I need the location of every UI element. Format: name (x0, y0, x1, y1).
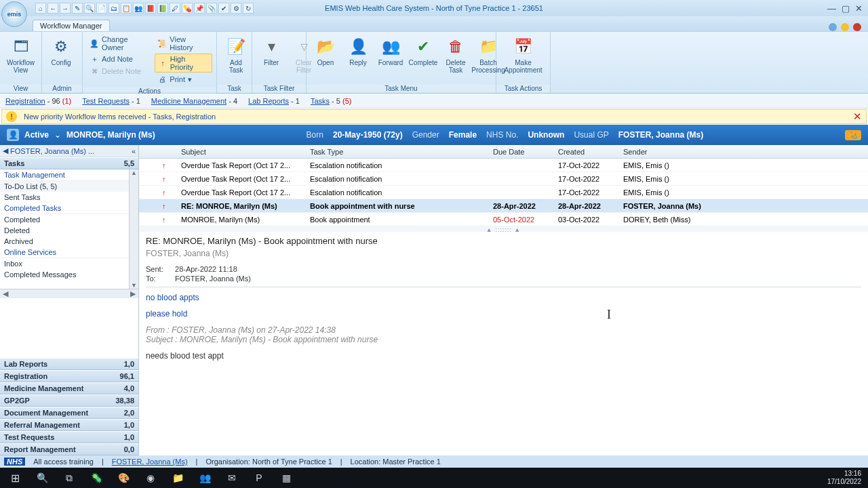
sidebar-item-completed-msgs[interactable]: Completed Messages (0, 269, 138, 280)
qat-btn[interactable]: ⚙ (231, 3, 241, 14)
minimize-icon[interactable]: — (827, 3, 836, 14)
qat-btn[interactable]: 🔍 (84, 3, 95, 14)
table-row[interactable]: ↑MONROE, Marilyn (Ms)Book appointment05-… (139, 213, 868, 226)
sidebar-stack-registration[interactable]: Registration96,1 (0, 370, 138, 382)
add-note-button[interactable]: ＋Add Note (87, 54, 152, 64)
taskbar-outlook[interactable]: ✉ (218, 468, 245, 488)
qat-home-icon[interactable]: ⌂ (35, 3, 46, 14)
sidebar-item-inbox[interactable]: Inbox (0, 258, 138, 269)
sidebar-group-task-management[interactable]: Task Management (0, 169, 138, 181)
sidebar-crumb[interactable]: ◀ FOSTER, Joanna (Ms) ... « (0, 145, 138, 157)
priority-icon: ↑ (158, 202, 177, 210)
filter-lab-reports[interactable]: Lab Reports (248, 97, 289, 105)
taskbar-app[interactable]: 🎨 (110, 468, 137, 488)
taskbar-teams[interactable]: 👥 (191, 468, 218, 488)
sidebar-stack-report[interactable]: Report Management0,0 (0, 443, 138, 455)
col-created[interactable]: Created (554, 148, 619, 156)
add-task-button[interactable]: 📝Add Task (221, 35, 251, 75)
delete-task-button[interactable]: 🗑Delete Task (441, 35, 471, 75)
sidebar-stack-test-requests[interactable]: Test Requests1,0 (0, 431, 138, 443)
print-button[interactable]: 🖨Print ▾ (155, 74, 212, 85)
forward-button[interactable]: 👥Forward (376, 35, 406, 68)
sidebar-stack-gp2gp[interactable]: GP2GP38,38 (0, 394, 138, 407)
high-priority-button[interactable]: ↑High Priority (155, 54, 212, 73)
table-row[interactable]: ↑Overdue Task Report (Oct 17 2...Escalat… (139, 186, 868, 199)
filter-registration[interactable]: Registration (5, 97, 45, 105)
qat-btn[interactable]: 📗 (157, 3, 168, 14)
qat-btn[interactable]: ✔ (218, 3, 229, 14)
scrollbar[interactable]: ▲▼ (129, 169, 138, 289)
chevron-down-icon[interactable]: ⌄ (54, 130, 61, 140)
open-button[interactable]: 📂Open (311, 35, 340, 68)
start-button[interactable]: ⊞ (1, 468, 28, 488)
taskbar-powerpoint[interactable]: P (245, 468, 273, 488)
col-due-date[interactable]: Due Date (489, 148, 554, 156)
sidebar-item-completed[interactable]: Completed (0, 214, 138, 225)
collapse-all-icon[interactable]: « (132, 147, 136, 155)
status-user[interactable]: FOSTER, Joanna (Ms) (112, 458, 188, 466)
col-sender[interactable]: Sender (619, 148, 852, 156)
sidebar-tasks-header[interactable]: Tasks5,5 (0, 157, 138, 169)
workflow-view-button[interactable]: 🗔Workflow View (4, 35, 37, 75)
app-title: EMIS Web Health Care System - North of T… (325, 4, 543, 12)
search-icon[interactable]: 🔍 (28, 468, 56, 488)
task-table-header: Subject Task Type Due Date Created Sende… (139, 145, 868, 159)
complete-button[interactable]: ✔Complete (408, 35, 438, 68)
collapse-icon[interactable]: ◀ (3, 146, 8, 155)
filter-test-requests[interactable]: Test Requests (82, 97, 130, 105)
taskbar-explorer[interactable]: 📁 (164, 468, 191, 488)
filter-button[interactable]: ▾Filter (256, 35, 286, 68)
close-icon[interactable]: ✕ (855, 3, 863, 14)
sidebar-item-archived[interactable]: Archived (0, 236, 138, 247)
qat-btn[interactable]: 🗂 (108, 3, 119, 14)
filter-tasks[interactable]: Tasks (311, 97, 330, 105)
tab-workflow-manager[interactable]: Workflow Manager (33, 20, 110, 31)
table-row[interactable]: ↑RE: MONROE, Marilyn (Ms)Book appointmen… (139, 199, 868, 213)
change-owner-button[interactable]: 👤Change Owner (87, 35, 152, 52)
col-task-type[interactable]: Task Type (306, 148, 489, 156)
filter-medicine-management[interactable]: Medicine Management (151, 97, 226, 105)
sidebar-stack-lab[interactable]: Lab Reports1,0 (0, 358, 138, 370)
qat-btn[interactable]: 📕 (145, 3, 156, 14)
sidebar-item-sent[interactable]: Sent Tasks (0, 192, 138, 203)
reply-button[interactable]: 👤Reply (343, 35, 373, 68)
col-subject[interactable]: Subject (177, 148, 306, 156)
qat-btn[interactable]: 👥 (133, 3, 144, 14)
delete-note-button[interactable]: ✖Delete Note (87, 66, 152, 77)
table-row[interactable]: ↑Overdue Task Report (Oct 17 2...Escalat… (139, 159, 868, 172)
patient-badge-icon[interactable]: 🩺 (845, 130, 861, 140)
qat-btn[interactable]: 💊 (182, 3, 193, 14)
qat-back-icon[interactable]: ← (47, 3, 58, 14)
config-button[interactable]: ⚙Config (46, 35, 76, 68)
view-history-button[interactable]: 📜View History (155, 35, 212, 52)
scroll-left-icon[interactable]: ◀ (0, 289, 11, 298)
qat-btn[interactable]: ✎ (72, 3, 83, 14)
make-appointment-button[interactable]: 📅Make Appointment (500, 35, 546, 75)
task-view-icon[interactable]: ⧉ (56, 468, 83, 488)
sidebar-group-online-services[interactable]: Online Services (0, 247, 138, 258)
sidebar-item-todo[interactable]: To-Do List (5, 5) (0, 181, 138, 192)
taskbar-app[interactable]: ▦ (273, 468, 300, 488)
sidebar-item-deleted[interactable]: Deleted (0, 225, 138, 236)
maximize-icon[interactable]: ▢ (842, 3, 850, 14)
system-clock[interactable]: 13:1617/10/2022 (827, 470, 867, 486)
qat-btn[interactable]: 📄 (96, 3, 107, 14)
sidebar-stack-referral[interactable]: Referral Management1,0 (0, 419, 138, 431)
app-logo[interactable]: emis (1, 1, 27, 27)
table-row[interactable]: ↑Overdue Task Report (Oct 17 2...Escalat… (139, 172, 868, 186)
ribbon-group-label: View (0, 85, 41, 93)
sidebar-stack-medicine[interactable]: Medicine Management4,0 (0, 382, 138, 394)
qat-btn[interactable]: ↻ (243, 3, 254, 14)
scroll-right-icon[interactable]: ▶ (127, 289, 138, 298)
taskbar-app[interactable]: 🦠 (83, 468, 110, 488)
splitter-handle[interactable]: ▲ ::::::: ▲ (139, 226, 868, 232)
gp-label: Usual GP (574, 130, 608, 140)
sidebar-stack-document[interactable]: Document Management2,0 (0, 407, 138, 419)
qat-fwd-icon[interactable]: → (60, 3, 71, 14)
alert-close-icon[interactable]: ✕ (853, 110, 862, 123)
qat-btn[interactable]: 📎 (206, 3, 217, 14)
qat-btn[interactable]: 📋 (121, 3, 132, 14)
qat-btn[interactable]: 📌 (194, 3, 205, 14)
qat-btn[interactable]: 🖊 (170, 3, 180, 14)
taskbar-chrome[interactable]: ◉ (137, 468, 164, 488)
